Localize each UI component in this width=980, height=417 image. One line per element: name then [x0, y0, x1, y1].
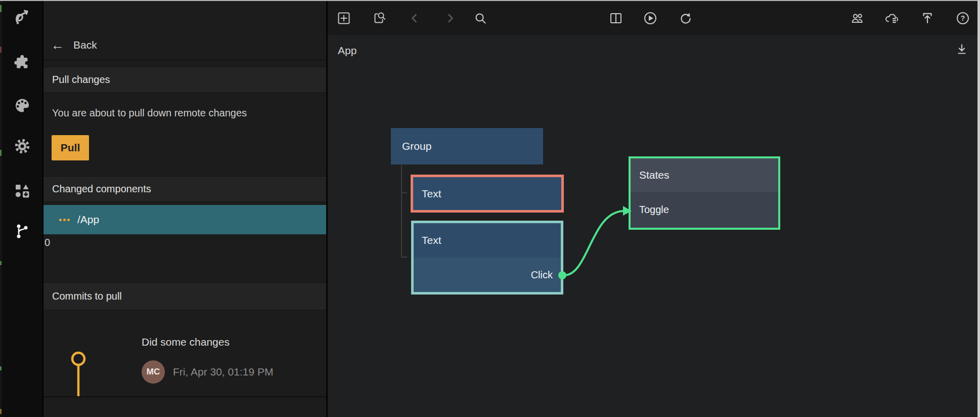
component-path-label: /App — [77, 214, 99, 226]
collaborators-icon[interactable] — [850, 11, 864, 25]
search-icon[interactable] — [473, 11, 487, 25]
node-states-header: States — [631, 158, 778, 192]
panel-canvas-divider — [326, 0, 328, 417]
edge-speck — [0, 409, 2, 414]
nav-back-icon[interactable] — [408, 11, 422, 25]
preview-play-icon[interactable] — [643, 11, 657, 25]
pull-description: You are about to pull down remote change… — [52, 107, 247, 119]
noodl-logo-icon[interactable] — [13, 8, 31, 26]
pull-changes-header: Pull changes — [43, 67, 326, 93]
refresh-icon[interactable] — [679, 11, 693, 25]
tree-connector-tick — [401, 257, 407, 258]
split-view-icon[interactable] — [609, 11, 623, 25]
node-text2-header: Text — [414, 223, 561, 258]
toggle-port-label: Toggle — [639, 204, 669, 216]
version-control-panel: ← Back Pull changes You are about to pul… — [43, 0, 326, 417]
node-text2-label: Text — [422, 234, 441, 246]
tree-connector-line — [401, 165, 402, 258]
edge-speck — [0, 150, 2, 156]
tree-connector-tick — [401, 192, 407, 193]
avatar: MC — [142, 360, 165, 384]
pull-button-label: Pull — [61, 142, 80, 153]
changes-dots-icon — [59, 219, 71, 221]
commits-to-pull-header: Commits to pull — [43, 282, 326, 310]
node-states-label: States — [639, 169, 670, 181]
edge-speck — [0, 261, 2, 265]
node-states[interactable]: States Toggle — [629, 156, 780, 230]
divider — [43, 396, 326, 397]
nav-forward-icon[interactable] — [443, 11, 457, 25]
node-text-warning[interactable]: Text — [411, 175, 564, 213]
version-control-branch-icon[interactable] — [13, 222, 31, 240]
stray-counter: 0 — [44, 237, 50, 248]
canvas-toolbar: ? — [328, 0, 980, 35]
component-breadcrumb: App — [338, 45, 357, 57]
node-canvas[interactable]: ? App Group Text Text Click — [328, 0, 980, 417]
node-text2-ports: Click — [414, 258, 561, 292]
pull-changes-title: Pull changes — [52, 74, 110, 86]
sidebar-panel-divider — [42, 0, 43, 417]
back-button[interactable]: ← Back — [43, 30, 326, 60]
icon-sidebar — [2, 0, 42, 417]
edge-speck — [0, 5, 2, 12]
commit-timestamp: Fri, Apr 30, 01:19 PM — [173, 366, 273, 378]
download-icon[interactable] — [955, 43, 969, 57]
changed-component-row-app[interactable]: /App — [43, 205, 326, 234]
commit-graph-pin-icon — [68, 344, 88, 397]
add-node-icon[interactable] — [337, 11, 351, 25]
avatar-initials: MC — [147, 367, 160, 377]
edge-speck — [0, 47, 2, 53]
theme-palette-icon[interactable] — [13, 97, 31, 115]
node-text1-label: Text — [422, 188, 441, 200]
changed-components-header: Changed components — [43, 176, 326, 202]
divider — [43, 60, 326, 61]
app-window: ← Back Pull changes You are about to pul… — [0, 0, 980, 417]
deploy-upload-icon[interactable] — [920, 11, 934, 25]
help-glyph: ? — [961, 14, 965, 22]
toggle-port-row[interactable]: Toggle — [631, 192, 778, 228]
plugins-puzzle-icon[interactable] — [13, 54, 31, 72]
help-icon[interactable]: ? — [956, 11, 970, 25]
commit-message: Did some changes — [142, 336, 230, 348]
node-group-label: Group — [402, 140, 431, 152]
node-group[interactable]: Group — [391, 128, 543, 164]
components-shapes-icon[interactable] — [13, 182, 31, 200]
commits-to-pull-title: Commits to pull — [52, 290, 122, 302]
back-arrow-icon: ← — [51, 38, 64, 52]
window-top-edge — [0, 0, 980, 1]
node-text-selected[interactable]: Text Click — [411, 221, 563, 295]
component-search-icon[interactable] — [372, 11, 386, 25]
click-port-label: Click — [531, 269, 553, 281]
cloud-sync-icon[interactable] — [884, 11, 898, 25]
edge-speck — [0, 366, 2, 370]
settings-gear-icon[interactable] — [13, 137, 31, 155]
pull-button[interactable]: Pull — [52, 135, 89, 160]
window-left-strip — [0, 0, 2, 417]
window-right-edge — [977, 0, 980, 417]
back-label: Back — [73, 39, 97, 51]
changed-components-title: Changed components — [52, 183, 151, 195]
